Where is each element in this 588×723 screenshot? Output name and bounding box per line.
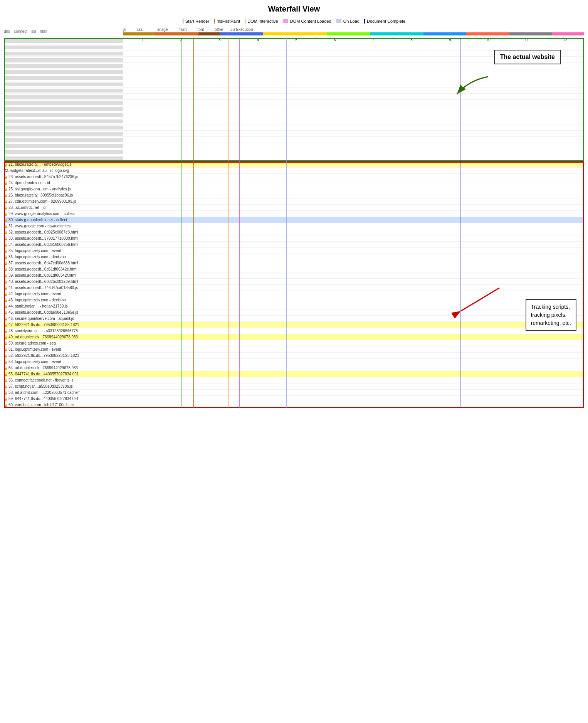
ssl-label: ssl — [31, 29, 36, 34]
row-url-19 — [4, 150, 123, 154]
image-color — [370, 32, 423, 35]
row-url-15 — [4, 126, 123, 129]
row-url-18 — [4, 144, 123, 148]
row-url-60: 🔒60. vars.hotjar.com...fcb4f17100c.html — [4, 403, 123, 407]
flash-label: flash — [178, 27, 186, 32]
row-timing-30: 346 ms (302) — [123, 217, 584, 223]
other-color — [509, 32, 552, 35]
table-row: 1169 ms — [4, 118, 584, 124]
page-wrapper: Waterfall View Start Render msFirstPaint… — [0, 0, 588, 408]
row-url-22: 22. widgets.ratecit...m.au - rc-logo.svg — [4, 168, 123, 173]
row-timing-52: 175 ms — [123, 353, 584, 359]
row-url-35: 🔒35. logx.optimizely.com - event — [4, 249, 123, 253]
row-url-27: 🔒27. cdn.optimizely.com - 8269983199.js — [4, 199, 123, 203]
row-url-14 — [4, 119, 123, 123]
row-timing-44: 486 ms — [123, 303, 584, 309]
row-timing-49: 169 ms (302) — [123, 334, 584, 340]
row-url-53: 🔒53. logx.optimizely.com - event — [4, 360, 123, 364]
legend: Start Render msFirstPaint DOM Interactiv… — [0, 17, 588, 27]
table-row: 🔒54. ad.doubleclick...7668944029678.9331… — [4, 365, 584, 371]
row-timing-6: 979 ms — [125, 69, 584, 75]
row-url-23: 🔒23. assets.adobedt...8457a7b2476236.js — [4, 175, 123, 179]
row-timing-34: 184 ms — [123, 242, 584, 248]
legend-dom-content-loaded: DOM Content Loaded — [283, 19, 331, 24]
row-url-45: 🔒45. assets.adobedt...0ddae98e318e5e.js — [4, 310, 123, 314]
row-timing-60: 404 ms — [123, 402, 584, 408]
row-timing-29: 291 ms — [123, 211, 584, 217]
table-row: 🔒28. .sc.omtrdc.net - id354 ms — [4, 205, 584, 211]
row-url-47: 🔒47. 5922921.fls.do...7953882231S8.1821 — [4, 323, 123, 327]
table-row: 🔒55. 6447741.fls.do...4400557027834.0911… — [4, 371, 584, 377]
row-url-3 — [4, 52, 123, 55]
table-row: 959 ms — [4, 87, 584, 94]
table-row: 🔒21. blaze.ratecity... - embedWidget.js1… — [4, 161, 584, 168]
rows-container: The actual website Tracking scripts,trac… — [4, 38, 584, 408]
row-timing-33: 359 ms — [123, 235, 584, 242]
row-url-28: 🔒28. .sc.omtrdc.net - id — [4, 205, 123, 210]
row-url-38: 🔒38. assets.adobedt...6d61df00342e.html — [4, 267, 123, 271]
row-timing-58: 570 ms — [123, 390, 584, 396]
legend-dom-interactive: DOM Interactive — [245, 19, 278, 24]
row-timing-19: 136 ms — [125, 149, 584, 155]
row-timing-51: 117 ms — [123, 346, 584, 353]
row-timing-26: 90 ms — [123, 192, 584, 198]
other-label: other — [215, 27, 223, 32]
table-row: 🔒29. www.google-analytics.com - collect2… — [4, 211, 584, 217]
resource-color-bar — [123, 32, 584, 35]
row-timing-42: 112 ms — [123, 291, 584, 297]
row-timing-24: 352 ms — [123, 180, 584, 186]
table-row: 917 ms — [4, 124, 584, 131]
table-row: 🔒36. logx.optimizely.com - decision370 m… — [4, 254, 584, 260]
font-label: font — [198, 27, 204, 32]
row-timing-17: 727 ms — [125, 137, 584, 143]
row-url-56: 🔒56. connect.facebook.net - fbevents.js — [4, 378, 123, 382]
row-timing-11: 1162 ms — [125, 100, 584, 106]
row-url-10 — [4, 95, 123, 99]
table-row: 🔒56. connect.facebook.net - fbevents.js8… — [4, 377, 584, 383]
row-timing-59: 134 ms — [123, 396, 584, 402]
row-url-16 — [4, 132, 123, 136]
css-label: css — [137, 27, 143, 32]
row-timing-10: 1124 ms — [125, 94, 584, 100]
row-url-2 — [4, 45, 123, 49]
table-row: 🔒32. assets.adobedt...6d025c0087e8.html1… — [4, 229, 584, 235]
row-timing-38: 309 ms — [123, 266, 584, 272]
row-url-32: 🔒32. assets.adobedt...6d025c0087e8.html — [4, 230, 123, 234]
row-url-51: 🔒51. logx.optimizely.com - event — [4, 347, 123, 351]
table-row: 🔒46. secure.quantserve.com - aquant.js46… — [4, 316, 584, 322]
row-timing-18: 133 ms — [125, 143, 584, 149]
font-color — [466, 32, 509, 35]
js-label: js — [123, 27, 126, 32]
row-timing-12: 1157 ms — [125, 106, 584, 112]
waterfall-rows: 1301 ms303 ms516 ms818 ms901 ms979 ms968… — [4, 38, 584, 408]
row-url-59: 🔒59. 6447741.fls.do...4400557027834.091 — [4, 397, 123, 401]
dns-label: dns — [4, 29, 10, 34]
row-timing-55: 150 ms (302) — [123, 371, 584, 377]
legend-on-load: On Load — [336, 19, 360, 24]
image-label: image — [157, 27, 168, 32]
row-timing-47: 337 ms (302) — [123, 322, 584, 328]
table-row: 136 ms — [4, 149, 584, 155]
row-timing-43: 114 ms — [123, 297, 584, 303]
tracking-label: Tracking scripts,tracking pixels,remarke… — [526, 299, 576, 331]
row-timing-32: 101 ms — [123, 229, 584, 235]
row-url-58: 🔒58. ad.atdmt.com - ...2202663571;cache= — [4, 390, 123, 395]
row-url-29: 🔒29. www.google-analytics.com - collect — [4, 212, 123, 216]
table-row: 🔒25. ssl.google-ana...om - analytics.js4… — [4, 186, 584, 192]
row-url-4 — [4, 58, 123, 62]
actual-website-arrow — [449, 73, 496, 96]
row-timing-39: 352 ms — [123, 272, 584, 279]
table-row: 🔒37. assets.adobedt...6d47cd00d888.html2… — [4, 260, 584, 266]
table-row: 968 ms — [4, 75, 584, 81]
row-timing-31: 322 ms — [123, 223, 584, 229]
table-row: 1175 ms — [4, 112, 584, 118]
row-timing-45: 157 ms — [123, 309, 584, 316]
table-row: 22. widgets.ratecit...m.au - rc-logo.svg… — [4, 168, 584, 174]
row-timing-36: 370 ms — [123, 254, 584, 260]
row-url-41: 🔒41. assets.adobedt...746d47ca018a80.js — [4, 286, 123, 290]
timeline-header: 123456789101112 — [4, 37, 584, 37]
js-execution-label: JS Execution — [230, 27, 253, 32]
ssl-color — [198, 32, 220, 35]
table-row: 🔒57. script.hotjar....a558e0d025390b.js5… — [4, 383, 584, 390]
table-row: 🔒26. blaze.ratecity...80955cf1bbac96.js9… — [4, 192, 584, 198]
